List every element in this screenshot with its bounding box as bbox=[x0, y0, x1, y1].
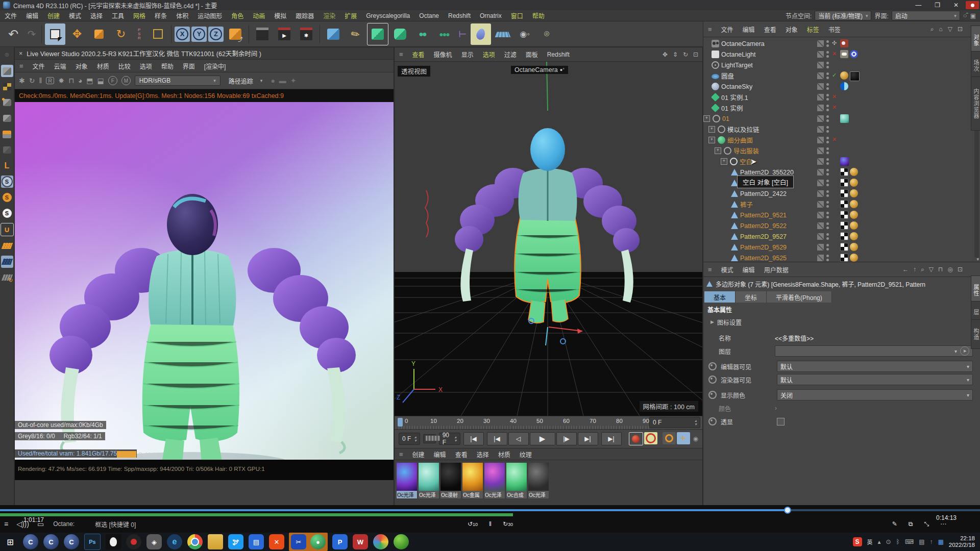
expand-toggle[interactable]: + bbox=[715, 147, 721, 154]
lv-menu-options[interactable]: 选项 bbox=[135, 62, 157, 70]
taskbar-clock[interactable]: 22:18 2022/2/18 bbox=[949, 535, 975, 548]
lv-pause-icon[interactable]: ‖ bbox=[39, 77, 42, 85]
edges-mode-icon[interactable] bbox=[1, 112, 13, 124]
goto-end-button[interactable]: ▶| bbox=[601, 432, 622, 445]
name-value[interactable]: <<多重数值>> bbox=[775, 334, 814, 342]
lv-export-icon[interactable]: ⬒ bbox=[86, 77, 93, 85]
environment-tag-icon[interactable] bbox=[840, 82, 848, 90]
vp-menu-panel[interactable]: 面板 bbox=[521, 50, 543, 59]
live-selection-tool[interactable]: ◤ bbox=[45, 23, 65, 45]
menu-select[interactable]: 选择 bbox=[86, 11, 107, 20]
side-tab-structure[interactable]: 构造 bbox=[971, 319, 980, 349]
tray-clipboard-icon[interactable]: ▤ bbox=[919, 538, 924, 545]
y-axis-lock[interactable]: Y bbox=[191, 27, 207, 42]
tray-keyboard-icon[interactable]: ⌨ bbox=[905, 538, 914, 545]
subdivision-surface-button[interactable] bbox=[367, 23, 388, 45]
spline-pen-button[interactable]: ✎ bbox=[341, 19, 370, 48]
lv-region-icon[interactable]: R bbox=[46, 77, 54, 84]
taskbar-wps[interactable]: W bbox=[353, 534, 368, 549]
om-menu-edit[interactable]: 编辑 bbox=[738, 25, 760, 34]
icon-settings-group[interactable]: ▶图标设置 bbox=[703, 316, 980, 328]
tab-basic[interactable]: 基本 bbox=[704, 291, 736, 303]
material-tag-icon[interactable] bbox=[850, 243, 858, 251]
scale-tool[interactable] bbox=[89, 23, 109, 45]
editor-render-dots[interactable] bbox=[826, 126, 829, 133]
expand-toggle[interactable]: + bbox=[721, 158, 727, 165]
vp-menu-cameras[interactable]: 摄像机 bbox=[429, 50, 457, 59]
menu-spline[interactable]: 样条 bbox=[150, 11, 172, 20]
hamburger-icon[interactable]: ≡ bbox=[703, 26, 717, 33]
editor-render-dots[interactable] bbox=[826, 190, 829, 197]
close-button[interactable]: ✕ bbox=[953, 2, 959, 9]
menu-volume[interactable]: 体积 bbox=[172, 11, 193, 20]
editor-render-dots[interactable] bbox=[826, 169, 829, 176]
expand-toggle[interactable]: + bbox=[708, 137, 715, 143]
object-row[interactable]: + 01 bbox=[703, 113, 964, 124]
menu-tracker[interactable]: 跟踪器 bbox=[291, 11, 318, 20]
camera-tag-icon[interactable] bbox=[840, 39, 848, 47]
menu-help[interactable]: 帮助 bbox=[528, 11, 549, 20]
snap-magnet-icon[interactable]: ∪ bbox=[1, 223, 14, 236]
scroll-down-icon[interactable]: ▾ bbox=[976, 257, 979, 262]
uvw-tag-icon[interactable] bbox=[840, 179, 848, 187]
taskbar-xbox[interactable] bbox=[394, 534, 409, 549]
start-button[interactable]: ⊞ bbox=[3, 534, 18, 549]
lv-gear-icon[interactable]: ✸ bbox=[58, 77, 64, 85]
object-row[interactable]: + 导出服装 bbox=[703, 145, 964, 156]
menu-window[interactable]: 窗口 bbox=[506, 11, 528, 20]
light-button[interactable]: ⌾ bbox=[536, 23, 557, 45]
am-filter-icon[interactable]: ▽ bbox=[929, 266, 934, 273]
live-viewer-titlebar[interactable]: × Live Viewer Studio 2020.2.5-R3 K921工作室… bbox=[15, 47, 394, 60]
visibility-toggle[interactable] bbox=[817, 201, 824, 208]
am-newpanel-icon[interactable]: ⊡ bbox=[958, 266, 963, 273]
menu-extensions[interactable]: 扩展 bbox=[340, 11, 361, 20]
viewport-camera-select[interactable]: OctaneCamera●° bbox=[511, 66, 568, 74]
visibility-toggle[interactable] bbox=[817, 105, 824, 111]
menu-file[interactable]: 文件 bbox=[0, 11, 21, 20]
snap-workplane-icon[interactable]: ↻ bbox=[1, 271, 13, 284]
menu-tools[interactable]: 工具 bbox=[107, 11, 129, 20]
workplane-icon[interactable] bbox=[1, 240, 13, 252]
vp-dolly-icon[interactable]: ⇕ bbox=[673, 51, 678, 58]
om-menu-bookmarks[interactable]: 书签 bbox=[824, 25, 845, 34]
snap-s2-icon[interactable]: S bbox=[1, 207, 13, 219]
vp-rotate-icon[interactable]: ↻ bbox=[683, 51, 688, 58]
hamburger-icon[interactable]: ≡ bbox=[703, 266, 717, 273]
menu-simulate[interactable]: 模拟 bbox=[270, 11, 291, 20]
lv-menu-materials[interactable]: 材质 bbox=[92, 62, 114, 70]
menu-mesh[interactable]: 网格 bbox=[129, 11, 150, 20]
uvw-tag-icon[interactable] bbox=[840, 189, 848, 197]
timeline-ruler[interactable]: 0 10 20 30 40 50 60 70 80 90 0 F▴▾ bbox=[395, 416, 702, 429]
tray-calendar-icon[interactable]: ▦ bbox=[938, 538, 943, 545]
cloner-button[interactable]: ●● bbox=[412, 23, 432, 45]
make-editable-icon[interactable]: ⌾ bbox=[1, 49, 13, 61]
taskbar-folder[interactable] bbox=[208, 534, 223, 549]
editor-render-dots[interactable] bbox=[826, 222, 829, 229]
material-tag-icon[interactable] bbox=[850, 211, 858, 219]
view-type-label[interactable]: 透视视图 bbox=[398, 66, 430, 77]
object-row[interactable]: Pattern2D_9522 bbox=[703, 220, 964, 231]
node-space-select[interactable]: 当前 (标准/物理)▾ bbox=[815, 11, 871, 20]
volume-builder-button[interactable] bbox=[471, 23, 491, 45]
vp-menu-filter[interactable]: 过滤 bbox=[500, 50, 521, 59]
visibility-toggle[interactable] bbox=[817, 180, 824, 186]
hamburger-icon[interactable]: ≡ bbox=[395, 51, 408, 58]
floor-button[interactable] bbox=[493, 23, 513, 45]
lv-settings-icon[interactable]: ✱ bbox=[19, 77, 25, 85]
object-row-selected[interactable]: + 空白 ➤ bbox=[703, 156, 964, 167]
visibility-toggle[interactable] bbox=[817, 83, 824, 90]
menu-render[interactable]: 渲染 bbox=[318, 11, 340, 20]
pip-icon[interactable]: ⧉ bbox=[909, 520, 913, 528]
prev-key-button[interactable]: |◀ bbox=[487, 432, 507, 445]
editor-render-dots[interactable] bbox=[826, 40, 829, 47]
vp-maximize-icon[interactable]: ⊡ bbox=[693, 51, 698, 58]
menu-create[interactable]: 创建 bbox=[43, 11, 64, 20]
editor-render-dots[interactable] bbox=[826, 201, 829, 208]
object-row[interactable]: + 模以及拉链 bbox=[703, 124, 964, 135]
object-row[interactable]: OctaneLight ✕ bbox=[703, 49, 964, 60]
object-row[interactable]: LightTarget bbox=[703, 60, 964, 70]
vp-menu-redshift[interactable]: Redshift bbox=[543, 51, 574, 58]
render-settings-button[interactable]: ✱ bbox=[296, 23, 316, 45]
coordinate-system[interactable]: ⤴ bbox=[225, 23, 246, 45]
lv-lock-icon[interactable]: ⊓ bbox=[68, 77, 74, 85]
